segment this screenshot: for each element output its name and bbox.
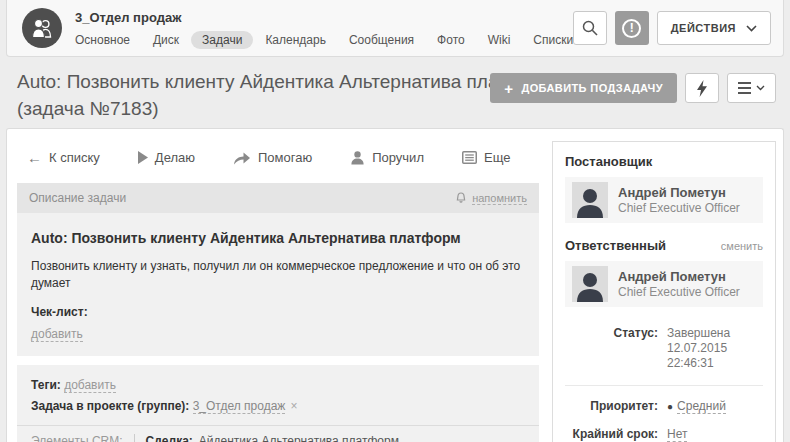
delegated-tab[interactable]: Поручил bbox=[350, 150, 424, 165]
add-subtask-button[interactable]: + ДОБАВИТЬ ПОДЗАДАЧУ bbox=[490, 73, 677, 103]
search-icon bbox=[581, 19, 599, 37]
remind-label: напомнить bbox=[472, 192, 527, 205]
description-panel-title: Описание задачи bbox=[29, 191, 126, 205]
left-arrow-icon: ← bbox=[27, 149, 42, 166]
responsible-section-header: Ответственный сменить bbox=[565, 238, 763, 253]
list-box-icon bbox=[462, 151, 477, 164]
crm-label: Элементы CRM: bbox=[31, 434, 123, 442]
responsible-label: Ответственный bbox=[565, 238, 666, 253]
change-responsible-link[interactable]: сменить bbox=[721, 240, 763, 252]
deal-label: Сделка: bbox=[146, 434, 193, 442]
task-page: 3_Отдел продаж Основное Диск Задачи Кале… bbox=[0, 0, 790, 442]
lightning-icon bbox=[696, 80, 708, 97]
group-title: 3_Отдел продаж bbox=[75, 10, 181, 25]
content-card: ← К списку Делаю Помогаю bbox=[6, 128, 784, 442]
tab-calendar[interactable]: Календарь bbox=[265, 33, 326, 47]
checklist-add-link[interactable]: добавить bbox=[31, 327, 83, 342]
priority-value: ●Средний bbox=[667, 399, 763, 414]
priority-row: Приоритет: ●Средний bbox=[565, 399, 763, 414]
tab-disk[interactable]: Диск bbox=[153, 33, 179, 47]
person-icon bbox=[350, 150, 365, 165]
vertical-divider bbox=[134, 434, 135, 442]
responsible-card[interactable]: Андрей Пометун Chief Executive Officer bbox=[565, 261, 763, 307]
tags-add-link[interactable]: добавить bbox=[64, 378, 116, 393]
title-band: Auto: Позвонить клиенту Айдентика Альтер… bbox=[0, 57, 790, 128]
deadline-row: Крайний срок: Нет bbox=[565, 427, 763, 442]
notifications-button[interactable]: ! bbox=[615, 11, 649, 45]
project-row: Задача в проекте (группе): 3_Отдел прода… bbox=[31, 396, 525, 417]
chevron-down-icon bbox=[746, 25, 757, 32]
back-to-list-label: К списку bbox=[49, 150, 100, 165]
group-nav: Основное Диск Задачи Календарь Сообщения… bbox=[75, 31, 596, 49]
task-meta-panel: Теги: добавить Задача в проекте (группе)… bbox=[17, 365, 539, 442]
header-controls: ! ДЕЙСТВИЯ bbox=[573, 11, 771, 45]
add-subtask-label: ДОБАВИТЬ ПОДЗАДАЧУ bbox=[521, 82, 663, 94]
creator-info: Андрей Пометун Chief Executive Officer bbox=[618, 185, 740, 216]
bell-icon bbox=[455, 192, 467, 204]
deadline-value: Нет bbox=[667, 427, 763, 442]
status-row: Статус: Завершена 12.07.2015 22:46:31 bbox=[565, 326, 763, 371]
tab-photo[interactable]: Фото bbox=[437, 33, 465, 47]
creator-card[interactable]: Андрей Пометун Chief Executive Officer bbox=[565, 177, 763, 223]
description-body: Auto: Позвонить клиенту Айдентика Альтер… bbox=[17, 213, 539, 356]
planning-group: Приоритет: ●Средний Крайний срок: Нет Пл… bbox=[565, 385, 763, 442]
project-label: Задача в проекте (группе): bbox=[31, 399, 189, 413]
description-panel-header: Описание задачи напомнить bbox=[17, 183, 539, 213]
checklist-label: Чек-лист: bbox=[31, 305, 525, 319]
tab-messages[interactable]: Сообщения bbox=[349, 33, 414, 47]
quick-actions-button[interactable] bbox=[685, 73, 719, 103]
more-label: Еще bbox=[484, 150, 510, 165]
search-button[interactable] bbox=[573, 11, 607, 45]
divider bbox=[17, 425, 539, 426]
priority-label: Приоритет: bbox=[565, 399, 667, 414]
task-properties: Статус: Завершена 12.07.2015 22:46:31 Пр… bbox=[565, 313, 763, 442]
priority-value-link[interactable]: Средний bbox=[677, 399, 726, 414]
deal-link[interactable]: Айдентика Альтернатива платформ bbox=[199, 434, 399, 442]
tab-lists[interactable]: Списки bbox=[533, 33, 573, 47]
tags-label: Теги: bbox=[31, 378, 61, 392]
back-to-list-button[interactable]: ← К списку bbox=[27, 149, 100, 166]
page-title: Auto: Позвонить клиенту Айдентика Альтер… bbox=[17, 68, 565, 122]
doing-label: Делаю bbox=[155, 150, 195, 165]
creator-label: Постановщик bbox=[565, 154, 652, 169]
helping-tab[interactable]: Помогаю bbox=[233, 150, 312, 165]
tab-main[interactable]: Основное bbox=[75, 33, 130, 47]
person-photo-icon bbox=[575, 186, 605, 218]
task-details-sidebar: Постановщик Андрей Пометун Chief Executi… bbox=[552, 141, 776, 442]
task-title: Auto: Позвонить клиенту Айдентика Альтер… bbox=[31, 230, 525, 246]
deadline-value-link[interactable]: Нет bbox=[667, 427, 687, 442]
task-toolbar: ← К списку Делаю Помогаю bbox=[27, 149, 539, 166]
task-menu-button[interactable] bbox=[727, 73, 776, 103]
actions-button-label: ДЕЙСТВИЯ bbox=[671, 22, 736, 34]
creator-name[interactable]: Андрей Пометун bbox=[618, 185, 740, 201]
task-main-column: ← К списку Делаю Помогаю bbox=[17, 129, 539, 442]
creator-title: Chief Executive Officer bbox=[618, 201, 740, 216]
group-avatar-icon[interactable] bbox=[22, 8, 62, 48]
responsible-avatar bbox=[572, 266, 608, 302]
crm-row: Элементы CRM: Сделка: Айдентика Альтерна… bbox=[31, 434, 525, 442]
group-header: 3_Отдел продаж Основное Диск Задачи Кале… bbox=[6, 0, 784, 57]
status-label: Статус: bbox=[565, 326, 667, 371]
responsible-name[interactable]: Андрей Пометун bbox=[618, 269, 740, 285]
exclamation-icon: ! bbox=[622, 19, 641, 38]
task-description-text: Позвонить клиенту и узнать, получил ли о… bbox=[31, 258, 525, 293]
remind-link[interactable]: напомнить bbox=[455, 192, 527, 205]
project-tag-link[interactable]: 3_Отдел продаж bbox=[193, 399, 286, 414]
status-group: Статус: Завершена 12.07.2015 22:46:31 bbox=[565, 313, 763, 385]
delegated-label: Поручил bbox=[372, 150, 424, 165]
actions-button[interactable]: ДЕЙСТВИЯ bbox=[657, 11, 771, 45]
forward-arrow-icon bbox=[233, 150, 251, 165]
chevron-down-icon bbox=[756, 85, 765, 91]
remove-project-icon[interactable]: × bbox=[290, 399, 297, 413]
tab-tasks[interactable]: Задачи bbox=[191, 31, 253, 49]
person-photo-icon bbox=[575, 270, 605, 302]
tags-row: Теги: добавить bbox=[31, 375, 525, 396]
doing-tab[interactable]: Делаю bbox=[138, 150, 195, 165]
tab-wiki[interactable]: Wiki bbox=[488, 33, 511, 47]
status-value: Завершена 12.07.2015 22:46:31 bbox=[667, 326, 763, 371]
description-panel: Описание задачи напомнить Auto: Позвонит… bbox=[17, 183, 539, 356]
priority-dot-icon: ● bbox=[667, 401, 673, 412]
more-tab[interactable]: Еще bbox=[462, 150, 510, 165]
helping-label: Помогаю bbox=[258, 150, 312, 165]
creator-section-header: Постановщик bbox=[565, 154, 763, 169]
